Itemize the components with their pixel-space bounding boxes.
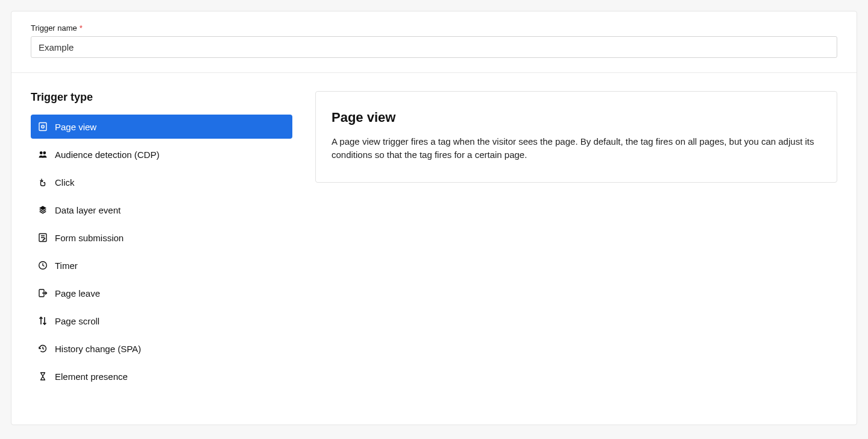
history-icon [38,344,48,353]
trigger-card: Trigger name * Trigger type Page view [11,11,857,425]
trigger-type-click[interactable]: Click [31,170,292,194]
trigger-type-label: Audience detection (CDP) [55,150,159,160]
svg-point-2 [42,126,43,127]
trigger-name-section: Trigger name * [11,11,857,73]
trigger-type-form-submission[interactable]: Form submission [31,226,292,250]
trigger-type-audience-detection[interactable]: Audience detection (CDP) [31,142,292,166]
trigger-type-timer[interactable]: Timer [31,253,292,277]
hourglass-icon [38,371,48,381]
trigger-type-history-change[interactable]: History change (SPA) [31,336,292,361]
trigger-name-input[interactable] [31,36,837,58]
trigger-type-label: Timer [55,261,78,271]
trigger-type-page-leave[interactable]: Page leave [31,281,292,305]
trigger-type-element-presence[interactable]: Element presence [31,364,292,388]
info-panel-description: A page view trigger fires a tag when the… [332,135,821,162]
trigger-type-data-layer-event[interactable]: Data layer event [31,198,292,222]
trigger-type-label: Page scroll [55,316,99,326]
page-view-icon [38,122,48,131]
trigger-type-page-scroll[interactable]: Page scroll [31,309,292,333]
trigger-type-section: Trigger type Page view [11,73,857,425]
svg-point-4 [43,151,46,154]
trigger-type-label: Form submission [55,233,124,243]
trigger-type-info-panel: Page view A page view trigger fires a ta… [315,91,837,183]
page-leave-icon [38,288,48,298]
trigger-type-info-column: Page view A page view trigger fires a ta… [315,91,837,183]
trigger-type-heading: Trigger type [31,91,292,104]
trigger-name-label: Trigger name * [31,24,837,33]
trigger-type-label: Page leave [55,288,100,298]
page-scroll-icon [38,316,48,326]
trigger-type-label: Click [55,177,75,188]
svg-point-3 [40,151,43,154]
layers-icon [38,205,48,215]
trigger-type-label: History change (SPA) [55,344,141,354]
trigger-type-list-column: Trigger type Page view [31,91,292,392]
trigger-type-label: Element presence [55,371,128,382]
trigger-type-label: Page view [55,122,96,132]
trigger-type-label: Data layer event [55,205,121,215]
trigger-type-list: Page view Audience detection (CDP) [31,115,292,392]
trigger-type-page-view[interactable]: Page view [31,115,292,139]
audience-icon [38,150,48,159]
trigger-name-label-text: Trigger name [31,24,77,33]
clock-icon [38,261,48,270]
info-panel-title: Page view [332,110,821,125]
required-indicator: * [80,24,83,33]
click-icon [38,177,48,187]
form-submit-icon [38,233,48,242]
